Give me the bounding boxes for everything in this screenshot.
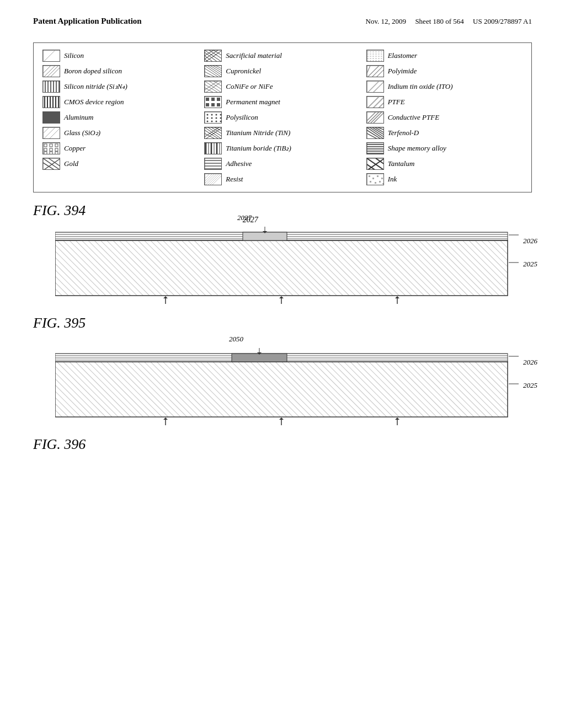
svg-rect-162	[377, 175, 379, 177]
svg-rect-67	[211, 103, 215, 106]
swatch-aluminum	[42, 111, 60, 124]
svg-rect-63	[206, 98, 209, 101]
swatch-polyimide	[366, 65, 384, 77]
swatch-terfenol	[366, 127, 384, 139]
legend-item-silicon: Silicon	[42, 50, 199, 62]
swatch-permanent-magnet	[204, 96, 222, 108]
svg-marker-191	[163, 417, 168, 420]
legend-item-ito: Indium tin oxide (ITO)	[366, 81, 523, 93]
svg-rect-55	[43, 97, 60, 108]
legend-item-shape-memory: Shape memory alloy	[366, 142, 523, 154]
svg-point-81	[216, 117, 217, 119]
label-terfenol: Terfenol-D	[388, 129, 419, 137]
publication-meta: Nov. 12, 2009 Sheet 180 of 564 US 2009/2…	[366, 17, 532, 26]
label-ink: Ink	[388, 175, 397, 184]
svg-rect-68	[217, 103, 220, 106]
swatch-ptfe	[366, 96, 384, 108]
publication-title: Patent Application Publication	[33, 17, 142, 26]
page-header: Patent Application Publication Nov. 12, …	[33, 17, 532, 26]
svg-rect-64	[211, 98, 215, 101]
legend-item-cupronickel: Cupronickel	[204, 65, 360, 77]
fig396-container: 2026 2025 2050 FIG. 396	[33, 348, 532, 453]
label-2026-396: 2026	[523, 358, 537, 367]
label-elastomer: Elastomer	[388, 51, 417, 60]
swatch-sacrificial	[204, 50, 222, 62]
legend-item-ink: Ink	[366, 173, 523, 185]
legend-item-conife: CoNiFe or NiFe	[204, 81, 360, 93]
svg-rect-185	[232, 354, 287, 362]
swatch-ito	[366, 81, 384, 93]
fig395-svg	[55, 227, 524, 304]
label-conductive-ptfe: Conductive PTFE	[388, 113, 440, 122]
svg-point-75	[207, 114, 209, 116]
fig395-label: FIG. 395	[33, 315, 532, 331]
label-2025-395: 2025	[523, 260, 537, 269]
patent-number: US 2009/278897 A1	[473, 17, 532, 25]
label-gold: Gold	[64, 159, 78, 168]
legend-item-polyimide: Polyimide	[366, 65, 523, 77]
swatch-tantalum	[366, 158, 384, 170]
svg-rect-73	[43, 112, 60, 124]
swatch-silicon	[42, 50, 60, 62]
svg-rect-66	[206, 103, 209, 106]
svg-point-84	[211, 121, 213, 122]
legend-item-cmos: CMOS device region	[42, 96, 199, 108]
label-2027-top: 2027	[237, 213, 252, 222]
label-copper: Copper	[64, 144, 86, 153]
legend-item-adhesive: Adhesive	[204, 158, 360, 170]
swatch-gold	[42, 158, 60, 170]
svg-point-83	[207, 121, 209, 122]
legend-item-aluminum: Aluminum	[42, 111, 199, 124]
legend-item-ptfe: PTFE	[366, 96, 523, 108]
svg-point-77	[216, 114, 217, 116]
fig394-label: FIG. 394	[33, 202, 532, 219]
label-sacrificial: Sacrificial material	[226, 51, 281, 60]
svg-rect-183	[55, 362, 508, 417]
fig396-label: FIG. 396	[33, 436, 532, 453]
legend-item-copper: Copper	[42, 142, 199, 154]
fig396-svg	[55, 348, 524, 425]
label-tib2: Titanium boride (TiB₂)	[226, 144, 291, 153]
swatch-cmos	[42, 96, 60, 108]
svg-rect-165	[375, 182, 376, 184]
label-ptfe: PTFE	[388, 98, 405, 106]
legend-item-terfenol: Terfenol-D	[366, 127, 523, 139]
legend-item-silicon-nitride: Silicon nitride (Si₃N₄)	[42, 81, 199, 93]
svg-rect-170	[55, 240, 508, 296]
legend-item-conductive-ptfe: Conductive PTFE	[366, 111, 523, 124]
svg-point-82	[220, 117, 222, 119]
legend-item-permanent-magnet: Permanent magnet	[204, 96, 360, 108]
label-silicon: Silicon	[64, 51, 84, 60]
svg-marker-178	[163, 296, 168, 298]
svg-point-79	[207, 117, 209, 119]
legend-item-tin: Titanium Nitride (TiN)	[204, 127, 360, 139]
svg-marker-195	[395, 417, 399, 420]
swatch-polysilicon	[204, 111, 222, 124]
label-cupronickel: Cupronickel	[226, 67, 261, 76]
svg-rect-167	[382, 183, 383, 184]
swatch-conife	[204, 81, 222, 93]
swatch-resist	[204, 173, 222, 185]
svg-rect-160	[369, 175, 370, 177]
swatch-copper	[42, 142, 60, 154]
label-2025-396: 2025	[523, 381, 537, 390]
label-tantalum: Tantalum	[388, 159, 415, 168]
swatch-elastomer	[366, 50, 384, 62]
fig395-container: 2027	[33, 227, 532, 331]
swatch-tib2	[204, 142, 222, 154]
legend-item-empty	[42, 173, 199, 185]
legend-item-glass: Glass (SiO₂)	[42, 127, 199, 139]
label-2050-top: 2050	[229, 335, 243, 344]
label-cmos: CMOS device region	[64, 98, 124, 106]
svg-rect-163	[381, 178, 383, 179]
swatch-silicon-nitride	[42, 81, 60, 93]
label-aluminum: Aluminum	[64, 113, 93, 122]
swatch-conductive-ptfe	[366, 111, 384, 124]
sheet-info: Sheet 180 of 564	[415, 17, 463, 25]
label-shape-memory: Shape memory alloy	[388, 144, 446, 153]
svg-rect-65	[217, 98, 220, 101]
svg-rect-161	[372, 178, 374, 179]
swatch-tin	[204, 127, 222, 139]
label-polysilicon: Polysilicon	[226, 113, 258, 122]
legend-item-sacrificial: Sacrificial material	[204, 50, 360, 62]
